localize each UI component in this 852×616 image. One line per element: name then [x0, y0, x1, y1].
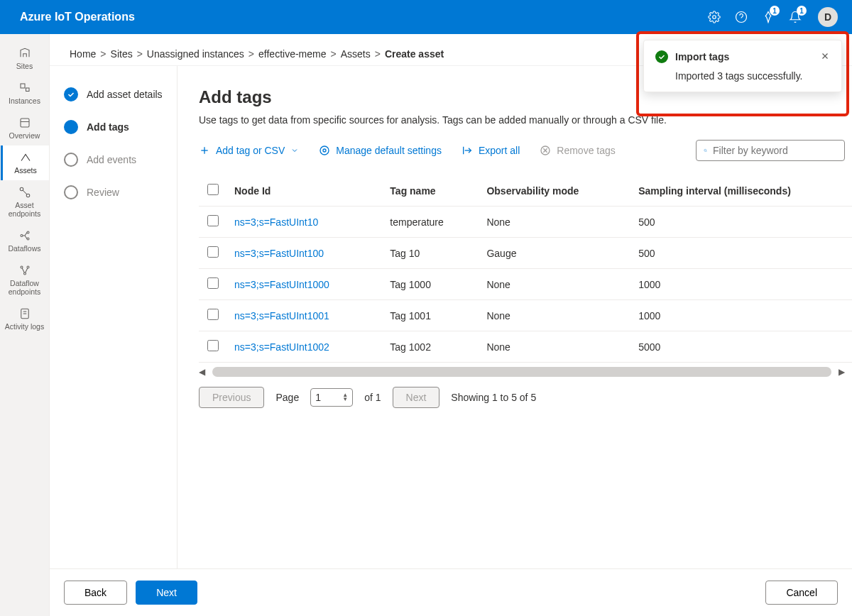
close-icon[interactable] [820, 51, 830, 63]
showing-label: Showing 1 to 5 of 5 [451, 392, 536, 403]
filter-input[interactable] [713, 145, 837, 156]
horizontal-scrollbar[interactable]: ◀ ▶ [199, 367, 845, 377]
cell-mode: None [479, 331, 631, 363]
row-checkbox[interactable] [207, 215, 219, 226]
export-all-button[interactable]: Export all [462, 145, 520, 156]
select-all-checkbox[interactable] [207, 184, 219, 195]
notifications-badge: 1 [797, 6, 807, 16]
cell-tag-name: Tag 1002 [383, 331, 479, 363]
app-header: Azure IoT Operations 1 1 D [0, 0, 852, 34]
app-title: Azure IoT Operations [20, 11, 135, 23]
manage-defaults-button[interactable]: Manage default settings [319, 145, 442, 156]
svg-point-14 [27, 266, 29, 268]
nav-sites[interactable]: Sites [1, 41, 49, 76]
svg-rect-4 [26, 88, 29, 92]
nav-dataflow-endpoints[interactable]: Dataflow endpoints [1, 258, 49, 302]
cell-interval: 500 [631, 238, 852, 269]
help-icon[interactable] [734, 10, 748, 24]
page-label: Page [275, 392, 299, 403]
step-add-asset-details[interactable]: Add asset details [64, 87, 177, 101]
cell-interval: 1000 [631, 269, 852, 300]
cell-tag-name: Tag 1001 [383, 300, 479, 331]
node-id-link[interactable]: ns=3;s=FastUInt1002 [234, 341, 329, 353]
svg-point-22 [320, 146, 329, 155]
toast-body: Imported 3 tags successfully. [655, 70, 830, 82]
svg-point-11 [27, 231, 29, 233]
row-checkbox[interactable] [207, 246, 219, 258]
filter-box[interactable] [696, 140, 845, 161]
next-button[interactable]: Next [136, 581, 197, 605]
svg-rect-3 [21, 84, 25, 88]
nav-instances[interactable]: Instances [1, 76, 49, 111]
cell-mode: None [479, 207, 631, 238]
avatar[interactable]: D [818, 7, 838, 27]
col-observability[interactable]: Observability mode [479, 175, 631, 207]
nav-dataflows[interactable]: Dataflows [1, 224, 49, 258]
pager: Previous Page 1 ▲▼ of 1 Next Showing 1 t… [199, 387, 852, 408]
node-id-link[interactable]: ns=3;s=FastUInt100 [234, 248, 324, 259]
spin-down-icon[interactable]: ▼ [342, 397, 348, 402]
breadcrumb-link[interactable]: Home [70, 48, 96, 60]
scroll-left-icon[interactable]: ◀ [199, 367, 205, 377]
cell-interval: 1000 [631, 300, 852, 331]
col-sampling-interval[interactable]: Sampling interval (milliseconds) [631, 175, 852, 207]
back-button[interactable]: Back [64, 581, 127, 605]
svg-point-28 [704, 149, 706, 151]
svg-point-13 [21, 266, 23, 268]
node-id-link[interactable]: ns=3;s=FastUInt1000 [234, 279, 329, 290]
previous-button: Previous [199, 387, 264, 408]
table-row: ns=3;s=FastUInt100Tag 10Gauge5001 [199, 238, 852, 269]
diagnostics-badge: 1 [770, 6, 780, 16]
step-add-events[interactable]: Add events [64, 153, 177, 167]
table-row: ns=3;s=FastUInt1002Tag 1002None500010 [199, 331, 852, 363]
node-id-link[interactable]: ns=3;s=FastUInt10 [234, 216, 318, 228]
cell-interval: 500 [631, 207, 852, 238]
nav-activity-logs[interactable]: Activity logs [1, 302, 49, 336]
left-nav: Sites Instances Overview Assets Asset en… [0, 34, 50, 616]
of-label: of 1 [364, 392, 381, 403]
breadcrumb-link[interactable]: Assets [341, 48, 371, 60]
settings-icon[interactable] [707, 10, 721, 24]
add-tag-button[interactable]: Add tag or CSV [199, 145, 299, 156]
step-add-tags[interactable]: Add tags [64, 120, 177, 134]
breadcrumb-link[interactable]: Sites [111, 48, 133, 60]
nav-overview[interactable]: Overview [1, 111, 49, 145]
toast-title: Import tags [675, 51, 813, 62]
cell-tag-name: Tag 1000 [383, 269, 479, 300]
step-review[interactable]: Review [64, 185, 177, 199]
notifications-icon[interactable]: 1 [788, 10, 802, 24]
row-checkbox[interactable] [207, 309, 219, 320]
page-input[interactable]: 1 ▲▼ [310, 388, 353, 407]
svg-line-9 [23, 190, 27, 194]
tags-table: Node Id Tag name Observability mode Samp… [199, 175, 852, 363]
table-row: ns=3;s=FastUInt10temperatureNone5001 [199, 207, 852, 238]
cell-tag-name: temperature [383, 207, 479, 238]
table-row: ns=3;s=FastUInt1000Tag 1000None10005 [199, 269, 852, 300]
row-checkbox[interactable] [207, 277, 219, 289]
node-id-link[interactable]: ns=3;s=FastUInt1001 [234, 310, 329, 321]
breadcrumb-current: Create asset [385, 48, 444, 60]
breadcrumb-link[interactable]: effective-meme [258, 48, 326, 60]
header-actions: 1 1 D [707, 7, 838, 27]
nav-assets[interactable]: Assets [1, 145, 49, 180]
import-toast: Import tags Imported 3 tags successfully… [643, 40, 842, 92]
wizard-steps: Add asset details Add tags Add events Re… [50, 66, 178, 568]
scroll-right-icon[interactable]: ▶ [839, 367, 845, 377]
success-icon [655, 50, 668, 63]
cell-interval: 5000 [631, 331, 852, 363]
next-page-button: Next [393, 387, 440, 408]
page-description: Use tags to get data from specific sourc… [199, 114, 852, 126]
col-tag-name[interactable]: Tag name [383, 175, 479, 207]
breadcrumb-link[interactable]: Unassigned instances [147, 48, 244, 60]
svg-point-12 [27, 238, 29, 240]
row-checkbox[interactable] [207, 340, 219, 351]
diagnostics-icon[interactable]: 1 [761, 10, 775, 24]
cell-mode: None [479, 269, 631, 300]
table-row: ns=3;s=FastUInt1001Tag 1001None10005 [199, 300, 852, 331]
col-node-id[interactable]: Node Id [227, 175, 383, 207]
svg-rect-5 [21, 119, 29, 127]
nav-asset-endpoints[interactable]: Asset endpoints [1, 180, 49, 224]
svg-point-10 [21, 235, 23, 237]
svg-point-1 [736, 12, 747, 23]
cancel-button[interactable]: Cancel [765, 581, 838, 605]
